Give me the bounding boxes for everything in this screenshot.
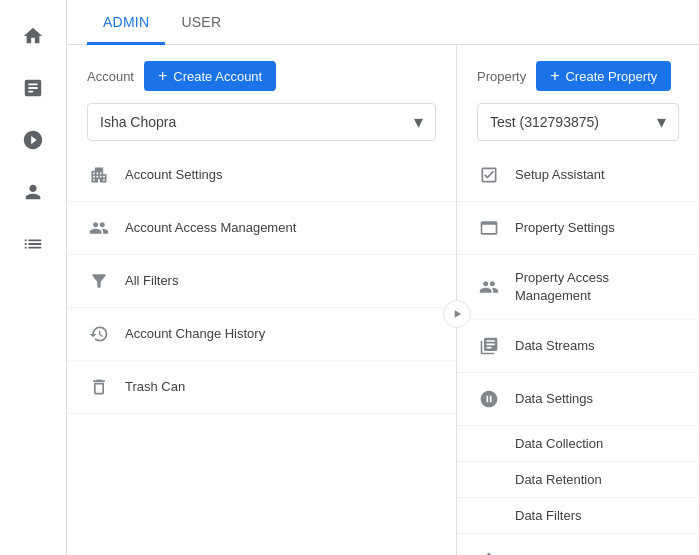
tabs-bar: ADMIN USER	[67, 0, 699, 45]
upload-icon	[477, 548, 501, 555]
content-wrapper: Account + Create Account Isha Chopra ▾ A…	[67, 45, 699, 555]
property-dropdown-arrow: ▾	[657, 111, 666, 133]
create-account-label: Create Account	[173, 69, 262, 84]
history-icon	[87, 322, 111, 346]
plus-icon-property: +	[550, 67, 559, 85]
menu-item-change-history[interactable]: Account Change History	[67, 308, 456, 361]
property-selected-value: Test (312793875)	[490, 114, 599, 130]
menu-item-property-access[interactable]: Property Access Management	[457, 255, 699, 320]
property-access-text: Property Access Management	[515, 269, 679, 305]
people-icon-property	[477, 275, 501, 299]
menu-item-data-streams[interactable]: Data Streams	[457, 320, 699, 373]
menu-item-account-settings[interactable]: Account Settings	[67, 149, 456, 202]
sidebar-icon-activity[interactable]	[9, 116, 57, 164]
menu-item-all-filters[interactable]: All Filters	[67, 255, 456, 308]
sub-item-data-retention[interactable]: Data Retention	[457, 462, 699, 498]
data-streams-icon	[477, 334, 501, 358]
column-divider-icon	[443, 300, 471, 328]
trash-icon	[87, 375, 111, 399]
menu-item-data-settings[interactable]: Data Settings	[457, 373, 699, 426]
create-property-button[interactable]: + Create Property	[536, 61, 671, 91]
tab-user[interactable]: USER	[165, 0, 237, 45]
data-import-text: Data Import	[515, 551, 583, 555]
create-property-label: Create Property	[565, 69, 657, 84]
data-collection-label: Data Collection	[515, 436, 603, 451]
account-header: Account + Create Account	[67, 61, 456, 103]
sidebar-icon-audience[interactable]	[9, 168, 57, 216]
data-settings-icon	[477, 387, 501, 411]
sub-item-data-collection[interactable]: Data Collection	[457, 426, 699, 462]
data-streams-text: Data Streams	[515, 337, 594, 355]
sidebar-icon-list[interactable]	[9, 220, 57, 268]
property-column: Property + Create Property Test (3127938…	[457, 45, 699, 555]
plus-icon: +	[158, 67, 167, 85]
setup-assistant-text: Setup Assistant	[515, 166, 605, 184]
menu-item-setup-assistant[interactable]: Setup Assistant	[457, 149, 699, 202]
tab-admin[interactable]: ADMIN	[87, 0, 165, 45]
window-icon	[477, 216, 501, 240]
sub-item-data-filters[interactable]: Data Filters	[457, 498, 699, 534]
change-history-text: Account Change History	[125, 325, 265, 343]
menu-item-data-import[interactable]: Data Import	[457, 534, 699, 555]
people-icon-account	[87, 216, 111, 240]
building-icon	[87, 163, 111, 187]
trash-text: Trash Can	[125, 378, 185, 396]
menu-item-trash[interactable]: Trash Can	[67, 361, 456, 414]
sidebar-icon-home[interactable]	[9, 12, 57, 60]
data-settings-text: Data Settings	[515, 390, 593, 408]
property-settings-text: Property Settings	[515, 219, 615, 237]
main-content: ADMIN USER Account + Create Account Isha…	[67, 0, 699, 555]
account-settings-text: Account Settings	[125, 166, 223, 184]
create-account-button[interactable]: + Create Account	[144, 61, 276, 91]
data-retention-label: Data Retention	[515, 472, 602, 487]
property-label: Property	[477, 69, 526, 84]
account-column: Account + Create Account Isha Chopra ▾ A…	[67, 45, 457, 555]
account-dropdown-arrow: ▾	[414, 111, 423, 133]
account-selected-value: Isha Chopra	[100, 114, 176, 130]
menu-item-property-settings[interactable]: Property Settings	[457, 202, 699, 255]
menu-item-account-access[interactable]: Account Access Management	[67, 202, 456, 255]
app-layout: ADMIN USER Account + Create Account Isha…	[0, 0, 699, 555]
property-dropdown[interactable]: Test (312793875) ▾	[477, 103, 679, 141]
data-filters-label: Data Filters	[515, 508, 581, 523]
account-label: Account	[87, 69, 134, 84]
account-access-text: Account Access Management	[125, 219, 296, 237]
filter-icon	[87, 269, 111, 293]
check-square-icon	[477, 163, 501, 187]
all-filters-text: All Filters	[125, 272, 178, 290]
account-dropdown[interactable]: Isha Chopra ▾	[87, 103, 436, 141]
sidebar	[0, 0, 67, 555]
property-header: Property + Create Property	[457, 61, 699, 103]
sidebar-icon-reports[interactable]	[9, 64, 57, 112]
